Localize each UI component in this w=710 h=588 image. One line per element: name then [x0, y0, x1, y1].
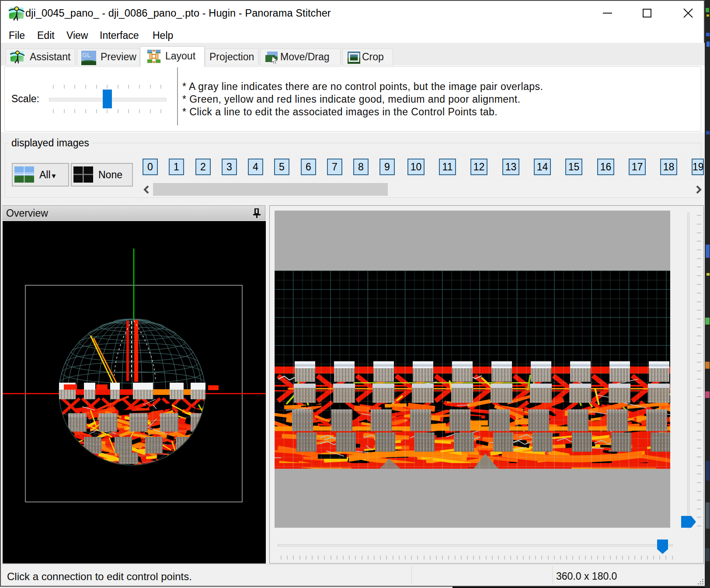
- svg-text:GL: GL: [82, 52, 91, 59]
